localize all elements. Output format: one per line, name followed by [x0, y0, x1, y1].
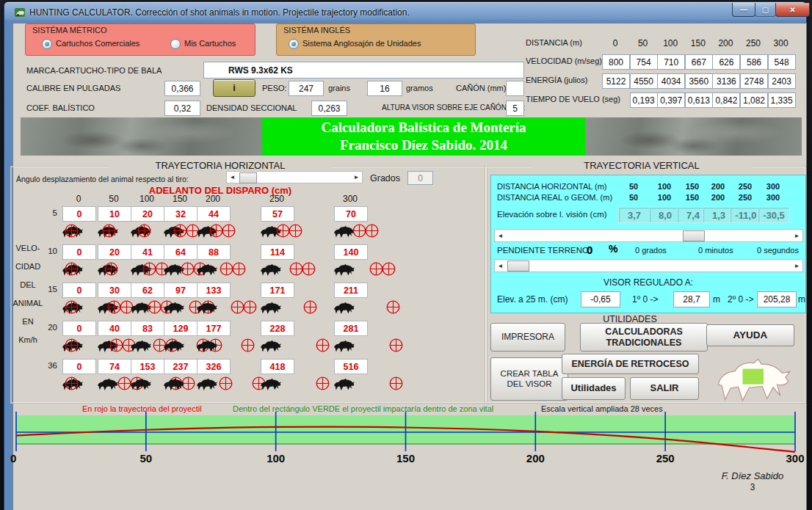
chart-x-label: 100: [258, 452, 294, 465]
crosshair-icon: [64, 299, 79, 315]
radio-mis-cartuchos[interactable]: [170, 39, 181, 49]
lead-value: 57: [261, 206, 294, 222]
ballistics-row-label: TIEMPO DE VUELO (seg): [526, 95, 620, 103]
coef-field[interactable]: 0,32: [164, 101, 200, 116]
boar-icon: [195, 378, 218, 392]
minimize-button[interactable]: —: [732, 3, 755, 17]
calculadoras-button[interactable]: CALCULADORAS TRADICIONALES: [580, 323, 708, 351]
lead-icon-cell: [129, 222, 163, 244]
scrollbar-left-arrow-icon[interactable]: ◄: [495, 230, 506, 241]
vertical-scrollbar-1[interactable]: ◄ ►: [494, 229, 803, 242]
window-title: HUNTING CALCULATOR. Corrección of shot a…: [29, 7, 410, 18]
salir-button[interactable]: SALIR: [630, 377, 699, 400]
zero2-field[interactable]: 205,28: [757, 291, 797, 307]
peso-gramos-field[interactable]: 16: [367, 81, 402, 96]
dist-h-label: DISTANCIA HORIZONTAL (m): [497, 182, 607, 191]
lead-value: 40: [98, 321, 131, 336]
radio-label[interactable]: Sistema Anglosajón de Unidades: [302, 39, 421, 48]
english-system-group: SISTÉMA INGLÉS Sistema Anglosajón de Uni…: [276, 23, 476, 56]
slider-thumb[interactable]: [239, 172, 257, 183]
dist-r-value: 100: [651, 193, 678, 202]
ballistics-value: 0,613: [685, 92, 713, 108]
elev25-field[interactable]: -0,65: [581, 291, 620, 307]
vital-zone-rect: [743, 369, 764, 385]
crear-tabla-button[interactable]: CREAR TABLA DEL VISOR: [490, 357, 568, 401]
ballistics-distance: 250: [740, 38, 766, 48]
dist-r-value: 50: [620, 193, 647, 202]
lead-icon-cell: [259, 298, 293, 320]
lead-value: 20: [131, 206, 164, 222]
maximize-button[interactable]: ▢: [755, 3, 776, 17]
pendiente-value: 0: [587, 244, 592, 256]
ballistics-value: 0,193: [630, 92, 658, 108]
ballistics-distance: 100: [657, 38, 684, 48]
radio-cartuchos-comerciales[interactable]: [42, 39, 52, 49]
speed-label: 36: [38, 361, 57, 370]
altura-visor-field[interactable]: 5: [506, 101, 524, 116]
radio-label[interactable]: Mis Cartuchos: [184, 39, 236, 48]
chart-x-label: 250: [647, 452, 684, 465]
vertical-scrollbar-2[interactable]: ◄ ►: [494, 259, 803, 272]
densidad-field[interactable]: 0,263: [311, 101, 347, 116]
title-bar[interactable]: HUNTING CALCULATOR. Corrección of shot a…: [4, 2, 806, 23]
lead-distance-header: 50: [98, 194, 130, 204]
ballistics-distance: 50: [630, 38, 656, 48]
zero1-field[interactable]: 28,7: [673, 291, 710, 307]
dist-r-value: 250: [732, 193, 758, 202]
impresora-button[interactable]: IMPRESORA: [490, 323, 565, 351]
pendiente-segundos: 0 segundos: [757, 246, 799, 255]
close-button[interactable]: ✕: [775, 3, 810, 17]
info-button[interactable]: i: [213, 79, 255, 97]
ayuda-button[interactable]: AYUDA: [706, 324, 794, 346]
lead-icon-cell: [96, 222, 130, 244]
slider-left-arrow-icon[interactable]: ◄: [227, 172, 238, 183]
angle-slider[interactable]: ◄ ►: [226, 171, 363, 183]
scrollbar-right-arrow-icon[interactable]: ►: [791, 230, 802, 241]
chart-x-label: 0: [10, 452, 47, 465]
pendiente-label: PENDIENTE TERRENO:: [497, 246, 591, 255]
canon-label: CAÑÓN (mm): [456, 84, 506, 92]
lead-distance-header: 150: [164, 194, 196, 204]
energia-button[interactable]: ENERGÍA DE RETROCESO: [562, 354, 699, 374]
boar-icon: [162, 340, 185, 354]
minimize-icon: —: [740, 6, 747, 14]
crosshair-icon: [242, 299, 258, 315]
utilidades-button[interactable]: Utilidades: [562, 377, 626, 400]
boar-icon: [259, 302, 282, 316]
boar-icon: [333, 378, 355, 392]
ballistics-value: 4034: [657, 73, 685, 89]
canon-field[interactable]: [506, 81, 524, 96]
peso-grains-field[interactable]: 247: [289, 81, 324, 96]
lead-value: 0: [62, 359, 96, 374]
marca-field[interactable]: RWS 9.3x62 KS: [203, 62, 524, 79]
peso-label: PESO:: [262, 84, 287, 92]
desktop: HUNTING CALCULATOR. Corrección of shot a…: [0, 0, 812, 510]
radio-label[interactable]: Cartuchos Comerciales: [56, 39, 139, 48]
grados-field[interactable]: 0: [407, 171, 433, 185]
scrollbar-thumb[interactable]: [683, 230, 705, 241]
lead-value: 129: [164, 321, 197, 336]
lead-icon-cell: [162, 260, 196, 282]
metric-system-group: SISTÉMA MÉTRICO Cartuchos Comerciales Mi…: [25, 23, 255, 56]
scrollbar-thumb[interactable]: [507, 261, 529, 272]
boar-icon: [162, 302, 185, 316]
scrollbar-right-arrow-icon[interactable]: ►: [791, 260, 802, 272]
lead-distance-header: 300: [334, 194, 366, 204]
altura-visor-label: ALTURA VISOR SOBRE EJE CAÑÓN (cm):: [382, 103, 525, 112]
vertical-title: TRAYECTORIA VERTICAL: [532, 160, 752, 171]
lead-icon-cell: [333, 336, 366, 358]
scrollbar-left-arrow-icon[interactable]: ◄: [495, 260, 506, 272]
lead-value: 20: [98, 244, 131, 260]
lead-icon-cell: [195, 374, 229, 396]
radio-anglosajon[interactable]: [289, 39, 299, 49]
slider-right-arrow-icon[interactable]: ►: [351, 172, 362, 183]
ballistics-value: 3136: [712, 73, 740, 89]
ballistics-distance: 200: [712, 38, 739, 48]
speed-label: 20: [38, 323, 57, 332]
ballistics-value: 5122: [602, 73, 630, 89]
lead-value: 83: [131, 321, 164, 336]
lead-icon-cell: [162, 222, 196, 244]
calibre-field[interactable]: 0,366: [164, 81, 200, 96]
left-photo: [21, 117, 263, 156]
lead-value: 326: [197, 359, 231, 374]
